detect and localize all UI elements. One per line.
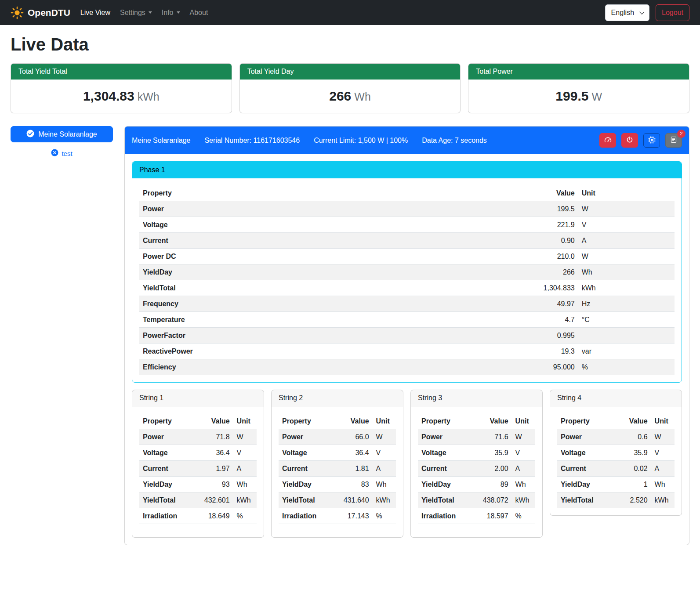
row-property: Power: [418, 429, 477, 445]
event-log-button[interactable]: 2: [665, 133, 682, 148]
x-circle-icon: [51, 149, 58, 158]
string-table: Property Value Unit Power: [557, 413, 675, 508]
row-value: 19.3: [514, 344, 578, 359]
row-unit: W: [233, 429, 257, 445]
row-unit: V: [373, 445, 396, 461]
row-unit: kWh: [373, 492, 396, 508]
row-unit: %: [373, 508, 396, 524]
row-value: 0.6: [616, 429, 651, 445]
col-value: Value: [514, 185, 578, 201]
phase-table: Property Value Unit Power: [139, 185, 675, 375]
string-card-body: Property Value Unit Power: [132, 406, 264, 537]
row-value: 93: [198, 477, 233, 492]
row-unit: Wh: [373, 477, 396, 492]
inverter-card: Meine Solaranlage Serial Number: 1161716…: [124, 126, 689, 545]
string-card-body: Property Value Unit Power: [550, 406, 682, 515]
row-value: 2.520: [616, 492, 651, 508]
nav-links: Live View Settings Info About: [76, 5, 213, 20]
table-row: YieldTotal 2.520 kWh: [557, 492, 675, 508]
row-value: 66.0: [337, 429, 373, 445]
row-unit: Wh: [512, 477, 535, 492]
table-row: Power 199.5 W: [139, 201, 675, 217]
table-header-row: Property Value Unit: [139, 413, 257, 429]
row-property: Voltage: [418, 445, 477, 461]
row-value: 199.5: [514, 201, 578, 217]
row-unit: A: [578, 233, 675, 249]
row-unit: V: [512, 445, 535, 461]
power-button[interactable]: [621, 133, 638, 148]
caret-down-icon: [177, 11, 180, 14]
event-count-badge: 2: [677, 130, 685, 138]
col-property: Property: [557, 413, 616, 429]
row-property: Voltage: [557, 445, 616, 461]
row-unit: W: [651, 429, 675, 445]
row-unit: W: [512, 429, 535, 445]
table-row: Power 0.6 W: [557, 429, 675, 445]
row-unit: A: [233, 461, 257, 477]
summary-unit: Wh: [354, 90, 371, 103]
nav-info[interactable]: Info: [157, 5, 185, 20]
summary-card-title: Total Yield Total: [11, 64, 232, 80]
row-property: YieldTotal: [418, 492, 477, 508]
row-value: 49.97: [514, 296, 578, 312]
row-property: YieldTotal: [557, 492, 616, 508]
row-unit: A: [512, 461, 535, 477]
live-view-page: Live Data Total Yield Total 1,304.83kWh …: [0, 35, 700, 561]
sun-icon: [11, 6, 24, 19]
table-header-row: Property Value Unit: [279, 413, 396, 429]
row-unit: V: [651, 445, 675, 461]
row-property: Irradiation: [418, 508, 477, 524]
summary-value: 1,304.83: [83, 89, 134, 103]
language-select[interactable]: English: [605, 4, 649, 21]
logout-button[interactable]: Logout: [656, 4, 689, 21]
row-value: 432.601: [198, 492, 233, 508]
nav-settings[interactable]: Settings: [115, 5, 157, 20]
row-unit: kWh: [651, 492, 675, 508]
limit-settings-button[interactable]: [599, 133, 616, 148]
check-circle-icon: [26, 130, 34, 139]
row-value: 18.649: [198, 508, 233, 524]
nav-about[interactable]: About: [185, 5, 213, 20]
row-value: 0.90: [514, 233, 578, 249]
col-property: Property: [279, 413, 337, 429]
row-property: YieldDay: [139, 264, 514, 280]
col-unit: Unit: [512, 413, 535, 429]
col-unit: Unit: [233, 413, 257, 429]
row-property: YieldDay: [279, 477, 337, 492]
col-value: Value: [616, 413, 651, 429]
summary-card-body: 266Wh: [240, 80, 461, 113]
table-row: Power 66.0 W: [279, 429, 396, 445]
row-value: 266: [514, 264, 578, 280]
row-property: Power: [279, 429, 337, 445]
string-card-3: String 3 Property Value Unit: [410, 390, 543, 538]
inverter-card-body: Phase 1 Property Value Unit: [125, 154, 689, 545]
row-property: Power: [139, 429, 198, 445]
nav-live-view[interactable]: Live View: [76, 5, 115, 20]
row-property: YieldTotal: [279, 492, 337, 508]
string-title: String 2: [272, 390, 403, 406]
col-unit: Unit: [373, 413, 396, 429]
brand[interactable]: OpenDTU: [11, 6, 70, 19]
summary-card-body: 1,304.83kWh: [11, 80, 232, 113]
device-info-button[interactable]: [643, 133, 660, 148]
table-row: YieldDay 266 Wh: [139, 264, 675, 280]
inverter-select-button[interactable]: Meine Solaranlage: [11, 126, 113, 142]
inverter-item-label: test: [62, 150, 72, 157]
row-unit: Wh: [233, 477, 257, 492]
table-row: Frequency 49.97 Hz: [139, 296, 675, 312]
table-row: Efficiency 95.000 %: [139, 359, 675, 375]
table-row: Power 71.8 W: [139, 429, 257, 445]
row-value: 2.00: [477, 461, 512, 477]
row-property: Irradiation: [279, 508, 337, 524]
gauge-icon: [604, 136, 612, 145]
row-property: Voltage: [139, 445, 198, 461]
row-value: 210.0: [514, 249, 578, 264]
inverter-actions: 2: [599, 133, 682, 148]
col-value: Value: [477, 413, 512, 429]
string-title: String 1: [132, 390, 264, 406]
table-row: Voltage 36.4 V: [139, 445, 257, 461]
table-row: Current 2.00 A: [418, 461, 535, 477]
row-property: Irradiation: [139, 508, 198, 524]
row-value: 35.9: [477, 445, 512, 461]
inverter-item-test[interactable]: test: [11, 149, 113, 158]
